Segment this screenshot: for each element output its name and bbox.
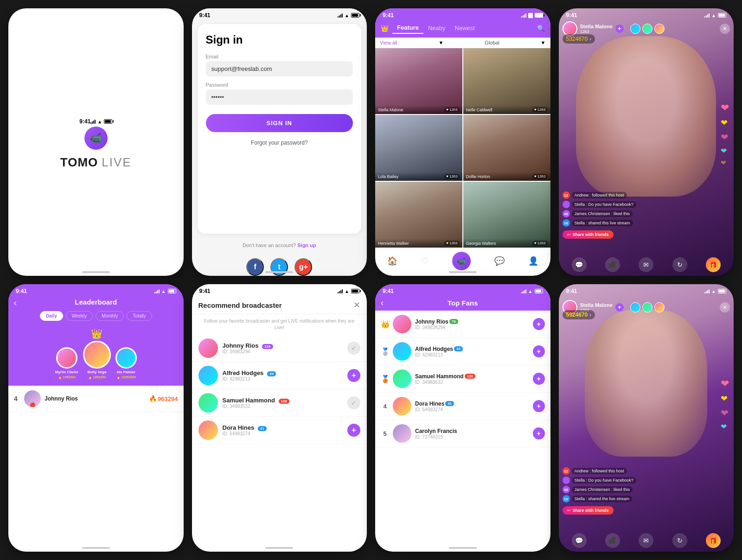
- phone-livestream-2: Stella Malone 1263 + ✕ 5324670 › ❤ ❤ ❤ ❤…: [559, 284, 734, 552]
- share-with-friends-button[interactable]: ↩ Share with friends: [563, 230, 614, 239]
- lb-title: Leaderboard: [75, 298, 117, 306]
- photo-cell-1[interactable]: Stella Malone ♥ 1263: [375, 48, 462, 114]
- signal-bars-2: [338, 13, 343, 18]
- rec-check-3[interactable]: ✓: [347, 396, 360, 409]
- status-bar-2: 9:41 ▲: [192, 8, 367, 20]
- photo-cell-3[interactable]: Lola Bailey ♥ 1263: [375, 115, 462, 181]
- lb-rank-4: 4: [14, 395, 20, 402]
- tab-neaby[interactable]: Neaby: [423, 23, 450, 33]
- rec-close-button[interactable]: ✕: [353, 300, 360, 310]
- time-1: 9:41: [79, 118, 90, 125]
- chat-msg-3: 48 James Christensen : liked this: [563, 210, 711, 217]
- lb-refresh-icon[interactable]: ↻: [672, 257, 687, 272]
- chat-msg-2: Stella : Do you have Facebook?: [563, 201, 711, 208]
- fans-back-button[interactable]: ‹: [381, 298, 384, 308]
- home-indicator-2: [265, 271, 293, 273]
- live2-share-icon-btn[interactable]: ✉: [639, 533, 653, 548]
- lb-back-button[interactable]: ‹: [14, 298, 17, 308]
- rec-badge-4: 31: [258, 426, 267, 431]
- lb-screen-icon[interactable]: ⬛: [605, 257, 620, 272]
- fans-plus-2[interactable]: +: [533, 345, 545, 357]
- fans-name-5: Carolyn Francis: [415, 428, 529, 434]
- podium-name-3: Ida Palmer: [117, 370, 135, 374]
- signin-button[interactable]: SIGN IN: [206, 114, 353, 132]
- fans-plus-1[interactable]: +: [533, 318, 545, 330]
- lb-chat-icon[interactable]: 💬: [572, 257, 587, 272]
- facebook-button[interactable]: f: [246, 258, 264, 276]
- rec-plus-4[interactable]: +: [347, 424, 360, 437]
- lb-share-icon[interactable]: ✉: [639, 257, 653, 272]
- lb-rank-badge-4: 🔴: [30, 402, 35, 407]
- lb-tab-daily[interactable]: Daily: [40, 311, 63, 321]
- phone-splash: 9:41 ▲ 📹 TOMO LIVE: [8, 8, 184, 276]
- twitter-button[interactable]: t: [270, 258, 288, 276]
- live2-close-button[interactable]: ✕: [720, 302, 730, 312]
- tab-feature[interactable]: Feature: [392, 22, 423, 34]
- fans-plus-5[interactable]: +: [533, 427, 545, 439]
- follow-button[interactable]: +: [615, 25, 624, 33]
- app-grid: 9:41 ▲ 📹 TOMO LIVE 9:41: [0, 0, 742, 560]
- live2-follow-button[interactable]: +: [615, 303, 624, 312]
- wifi-icon-6: ▲: [345, 289, 349, 294]
- photo-cell-5[interactable]: Henrietta Walker ♥ 1263: [375, 182, 462, 248]
- signal-bars-4: [704, 13, 710, 18]
- search-icon-feature[interactable]: 🔍: [537, 25, 545, 32]
- fans-plus-3[interactable]: +: [533, 373, 545, 385]
- lb-tab-weekly[interactable]: Weekly: [66, 311, 93, 321]
- fans-plus-4[interactable]: +: [533, 400, 545, 412]
- status-bar-3: 9:41 ▲: [375, 8, 550, 20]
- rec-id-4: ID: 64983274: [223, 431, 343, 436]
- lb-gift-icon[interactable]: 🎁: [706, 257, 721, 272]
- password-input[interactable]: ••••••: [206, 89, 353, 105]
- fans-row-4: 4 Dora Hines 31 ID: 64983274 +: [375, 393, 550, 420]
- heart-3: ❤: [721, 132, 729, 143]
- google-plus-button[interactable]: g+: [294, 258, 312, 276]
- close-stream-button[interactable]: ✕: [720, 24, 730, 34]
- rec-plus-2[interactable]: +: [347, 369, 360, 382]
- live2-chat-icon[interactable]: 💬: [572, 533, 587, 548]
- signup-link[interactable]: Sign up: [297, 242, 316, 248]
- rec-check-1[interactable]: ✓: [347, 342, 360, 355]
- lb-list-row-4: 4 🔴 Johnny Rios 🔥 963294: [8, 386, 184, 412]
- lb-podium: Myrtie Clarke 🔥 1063294 👑 Betty Vega 🔥 1…: [8, 324, 184, 386]
- photo-likes-1: ♥ 1263: [444, 107, 460, 112]
- email-input[interactable]: support@freeslab.com: [206, 61, 353, 76]
- live2-bottom-actions: 💬 ⬛ ✉ ↻ 🎁: [559, 533, 734, 548]
- live2-viewer-3: [654, 302, 665, 312]
- nav-profile-icon[interactable]: 👤: [528, 256, 538, 266]
- live2-screen-icon[interactable]: ⬛: [605, 533, 620, 548]
- lb-tab-totally[interactable]: Totally: [127, 311, 152, 321]
- live2-share-button[interactable]: ↩ Share with friends: [563, 506, 614, 515]
- home-indicator-6: [265, 547, 293, 549]
- photo-cell-2[interactable]: Nelle Caldwell ♥ 1263: [463, 48, 550, 114]
- app-name-tomo: TOMO: [60, 155, 98, 170]
- nav-heart-icon[interactable]: ♡: [421, 256, 429, 266]
- nav-camera-button[interactable]: 📹: [452, 252, 471, 270]
- home-indicator-7: [449, 547, 477, 549]
- live2-heart-1: ❤: [721, 378, 729, 390]
- time-2: 9:41: [199, 12, 211, 19]
- view-all-link[interactable]: View all: [380, 40, 397, 45]
- fans-id-5: ID: 73748319: [415, 434, 529, 439]
- rec-badge-3: 126: [279, 399, 289, 404]
- live2-refresh-icon[interactable]: ↻: [672, 533, 687, 548]
- global-selector[interactable]: Global: [485, 40, 499, 45]
- tab-newest[interactable]: Newest: [450, 23, 480, 33]
- status-icons-4: ▲: [704, 13, 726, 18]
- fans-info-3: Samuel Hammond 126 ID: 34983532: [415, 373, 529, 385]
- lb-user-name-4: Johnny Rios: [45, 395, 145, 402]
- fans-info-1: Johnny Rios 76 ID: 349834294: [415, 318, 529, 330]
- podium-name-2: Myrtie Clarke: [55, 370, 78, 374]
- password-label: Password: [206, 82, 353, 88]
- nav-home-icon[interactable]: 🏠: [387, 256, 397, 266]
- photo-cell-6[interactable]: Georgia Walters ♥ 1263: [463, 182, 550, 248]
- photo-cell-4[interactable]: Dollie Horton ♥ 1263: [463, 115, 550, 181]
- live2-gift-icon[interactable]: 🎁: [706, 533, 721, 548]
- photo-likes-4: ♥ 1263: [532, 174, 548, 179]
- social-buttons-row: f t g+: [192, 258, 367, 276]
- podium-avatar-3: [115, 347, 137, 369]
- lb-tab-monthly[interactable]: Monthly: [96, 311, 124, 321]
- nav-chat-icon[interactable]: 💬: [494, 256, 505, 266]
- fans-id-2: ID: 42983213: [415, 352, 529, 357]
- forgot-password-link[interactable]: Forgot your password?: [206, 136, 353, 150]
